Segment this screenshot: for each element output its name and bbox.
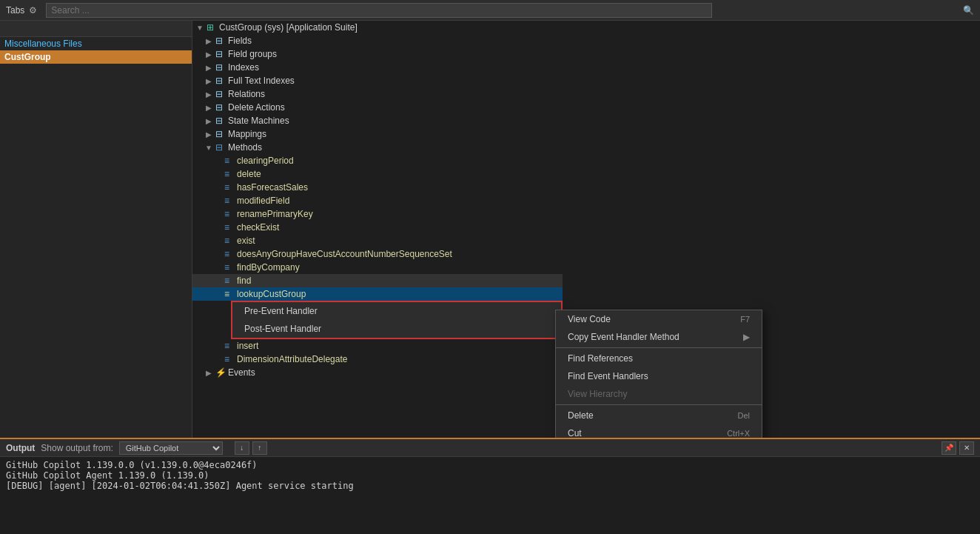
tree-item-lookupCustGroup[interactable]: ≡ lookupCustGroup bbox=[192, 287, 563, 301]
output-up-btn[interactable]: ↑ bbox=[252, 441, 267, 455]
fg-arrow: ▶ bbox=[204, 50, 213, 59]
search-bar[interactable] bbox=[46, 3, 712, 18]
tree-item-mappings[interactable]: ▶ ⊟ Mappings bbox=[192, 127, 563, 141]
output-right-controls: 📌 ✕ bbox=[942, 441, 974, 455]
ex-icon: ≡ bbox=[224, 236, 235, 246]
lcg-icon: ≡ bbox=[224, 289, 235, 299]
view-code-label: View Code bbox=[568, 314, 611, 324]
tree-item-field-groups[interactable]: ▶ ⊟ Field groups bbox=[192, 47, 563, 61]
toolbar-tabs-section: Tabs ⚙ bbox=[6, 5, 37, 16]
relations-label: Relations bbox=[228, 89, 265, 99]
tree-item-modifiedField[interactable]: ≡ modifiedField bbox=[192, 194, 563, 207]
relations-arrow: ▶ bbox=[204, 90, 213, 99]
da-icon: ⊟ bbox=[215, 102, 226, 113]
tree-item-events[interactable]: ▶ ⚡ Events bbox=[192, 366, 563, 379]
hfs-icon: ≡ bbox=[224, 182, 235, 193]
tree-item-dimAttrDelegate[interactable]: ≡ DimensionAttributeDelegate bbox=[192, 353, 563, 366]
dad-label: DimensionAttributeDelegate bbox=[237, 354, 347, 364]
output-controls: ↓ ↑ bbox=[235, 441, 267, 455]
mappings-label: Mappings bbox=[228, 129, 266, 139]
view-hier-label: View Hierarchy bbox=[568, 389, 627, 399]
left-panel-tabs bbox=[0, 21, 192, 37]
tree-item-findByCompany[interactable]: ≡ findByCompany bbox=[192, 261, 563, 274]
ctx-find-event-handlers[interactable]: Find Event Handlers bbox=[556, 367, 762, 385]
root-label: CustGroup (sys) [Application Suite] bbox=[219, 22, 358, 33]
submenu-post-event[interactable]: Post-Event Handler bbox=[232, 320, 561, 338]
main-layout: Miscellaneous Files CustGroup ▼ ⊞ CustGr… bbox=[0, 21, 980, 438]
find-eh-label: Find Event Handlers bbox=[568, 371, 648, 381]
tree-item-find[interactable]: ≡ find bbox=[192, 274, 563, 287]
custgroup-label: CustGroup bbox=[4, 52, 51, 62]
ctx-copy-event-handler[interactable]: Copy Event Handler Method ▶ bbox=[556, 328, 762, 346]
submenu-inline-container: Pre-Event Handler Post-Event Handler bbox=[192, 301, 563, 339]
ctx-find-references[interactable]: Find References bbox=[556, 350, 762, 367]
output-pin-btn[interactable]: 📌 bbox=[942, 441, 956, 455]
fulltext-label: Full Text Indexes bbox=[228, 76, 295, 86]
methods-icon: ⊟ bbox=[215, 142, 226, 153]
output-content: GitHub Copilot 1.139.0.0 (v1.139.0.0@4ec… bbox=[0, 457, 980, 534]
tree-item-insert[interactable]: ≡ insert bbox=[192, 339, 563, 353]
tree-item-delete-actions[interactable]: ▶ ⊟ Delete Actions bbox=[192, 101, 563, 114]
methods-arrow: ▼ bbox=[204, 144, 213, 152]
fields-icon: ⊟ bbox=[215, 36, 226, 46]
ins-label: insert bbox=[237, 341, 258, 351]
tree-item-state-machines[interactable]: ▶ ⊟ State Machines bbox=[192, 114, 563, 127]
show-output-from-label: Show output from: bbox=[41, 443, 113, 453]
output-close-btn[interactable]: ✕ bbox=[959, 441, 974, 455]
output-line-3: [DEBUG] [agent] [2024-01-02T06:04:41.350… bbox=[6, 481, 974, 491]
ctx-delete[interactable]: Delete Del bbox=[556, 407, 762, 424]
tree-item-delete[interactable]: ≡ delete bbox=[192, 167, 563, 181]
dag-icon: ≡ bbox=[224, 249, 235, 259]
da-arrow: ▶ bbox=[204, 104, 213, 112]
cp-icon: ≡ bbox=[224, 156, 235, 166]
fg-label: Field groups bbox=[228, 49, 277, 59]
ctx-view-hierarchy: View Hierarchy bbox=[556, 385, 762, 403]
events-arrow: ▶ bbox=[204, 369, 213, 377]
sm-arrow: ▶ bbox=[204, 117, 213, 125]
view-code-shortcut: F7 bbox=[740, 315, 750, 324]
fg-icon: ⊟ bbox=[215, 49, 226, 59]
indexes-icon: ⊟ bbox=[215, 62, 226, 73]
copy-event-arrow: ▶ bbox=[743, 332, 750, 342]
find-refs-label: Find References bbox=[568, 353, 633, 364]
tree-item-fulltext[interactable]: ▶ ⊟ Full Text Indexes bbox=[192, 74, 563, 87]
tree-item-doesAnyGroup[interactable]: ≡ doesAnyGroupHaveCustAccountNumberSeque… bbox=[192, 247, 563, 261]
tree-item-exist[interactable]: ≡ exist bbox=[192, 234, 563, 247]
tree-item-hasForecastSales[interactable]: ≡ hasForecastSales bbox=[192, 181, 563, 194]
tree-panel: ▼ ⊞ CustGroup (sys) [Application Suite] … bbox=[192, 21, 563, 438]
mf-label: modifiedField bbox=[237, 196, 289, 206]
tree-item-checkExist[interactable]: ≡ checkExist bbox=[192, 221, 563, 234]
submenu-pre-event[interactable]: Pre-Event Handler bbox=[232, 302, 561, 320]
tree-item-renamePrimaryKey[interactable]: ≡ renamePrimaryKey bbox=[192, 207, 563, 221]
rpk-label: renamePrimaryKey bbox=[237, 209, 313, 219]
sidebar-item-misc-files[interactable]: Miscellaneous Files bbox=[0, 37, 192, 50]
search-icon-right[interactable]: 🔍 bbox=[963, 5, 974, 16]
tree-item-clearingPeriod[interactable]: ≡ clearingPeriod bbox=[192, 154, 563, 167]
right-content: ▼ ⊞ CustGroup (sys) [Application Suite] … bbox=[192, 21, 980, 438]
del-label: delete bbox=[237, 169, 261, 179]
output-source-select[interactable]: GitHub Copilot bbox=[119, 441, 223, 455]
tree-item-fields[interactable]: ▶ ⊟ Fields bbox=[192, 34, 563, 47]
fulltext-icon: ⊟ bbox=[215, 76, 226, 86]
post-event-label: Post-Event Handler bbox=[244, 324, 321, 334]
sidebar-item-custgroup[interactable]: CustGroup bbox=[0, 50, 192, 64]
ctx-view-code[interactable]: View Code F7 bbox=[556, 310, 762, 328]
rpk-icon: ≡ bbox=[224, 209, 235, 219]
ctx-cut[interactable]: Cut Ctrl+X bbox=[556, 424, 762, 438]
context-menu: View Code F7 Copy Event Handler Method ▶… bbox=[555, 310, 762, 438]
cp-label: clearingPeriod bbox=[237, 156, 294, 166]
tree-item-methods[interactable]: ▼ ⊟ Methods bbox=[192, 141, 563, 154]
gear-icon[interactable]: ⚙ bbox=[29, 5, 37, 16]
ce-label: checkExist bbox=[237, 222, 279, 233]
top-toolbar: Tabs ⚙ 🔍 bbox=[0, 0, 980, 21]
bottom-panel-header: Output Show output from: GitHub Copilot … bbox=[0, 439, 980, 457]
tree-root[interactable]: ▼ ⊞ CustGroup (sys) [Application Suite] bbox=[192, 21, 563, 34]
search-input[interactable] bbox=[51, 5, 707, 16]
tree-item-relations[interactable]: ▶ ⊟ Relations bbox=[192, 87, 563, 101]
ctx-delete-label: Delete bbox=[568, 410, 594, 421]
mappings-icon: ⊟ bbox=[215, 129, 226, 139]
tree-item-indexes[interactable]: ▶ ⊟ Indexes bbox=[192, 61, 563, 74]
sm-icon: ⊟ bbox=[215, 116, 226, 126]
output-down-btn[interactable]: ↓ bbox=[235, 441, 249, 455]
fields-label: Fields bbox=[228, 36, 252, 46]
